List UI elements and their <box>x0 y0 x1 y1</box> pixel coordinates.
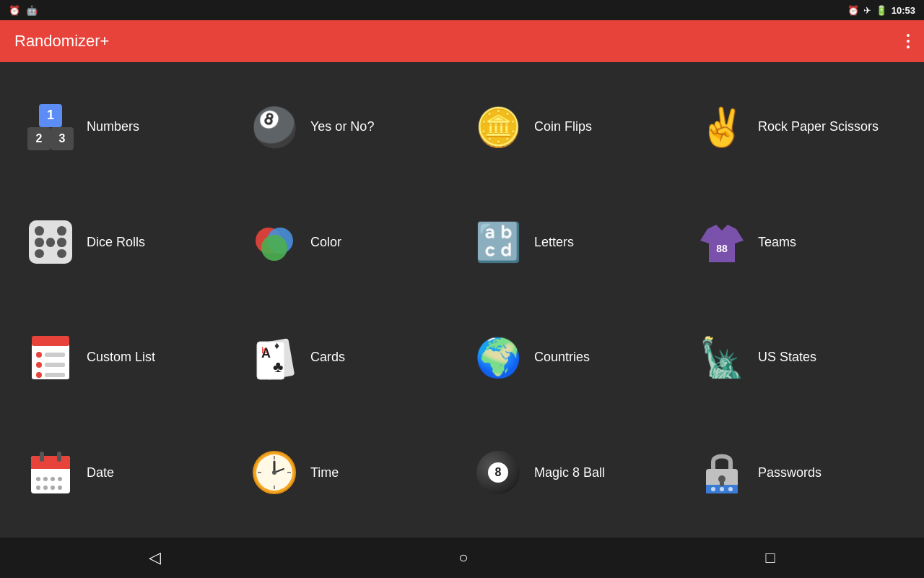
yes-no-label: Yes or No? <box>310 119 374 134</box>
numbers-icon: 1 2 3 <box>25 102 76 152</box>
globe-icon: 🌍 <box>473 332 523 383</box>
more-options-button[interactable] <box>907 34 910 48</box>
time-label: Time <box>310 465 339 480</box>
rps-icon: ✌️ <box>697 102 747 152</box>
cards-item[interactable]: A ♣ K ♦ Cards <box>238 300 462 415</box>
calendar-icon <box>25 447 76 498</box>
custom-list-item[interactable]: Custom List <box>14 300 238 415</box>
recents-button[interactable]: □ <box>751 541 790 574</box>
svg-point-28 <box>36 486 40 490</box>
lock-icon <box>697 447 747 498</box>
alarm-icon: ⏰ <box>9 5 20 16</box>
color-item[interactable]: Color <box>238 185 462 301</box>
dice-icon <box>25 217 76 267</box>
menu-dot-2 <box>907 40 910 43</box>
countries-item[interactable]: 🌍 Countries <box>462 300 686 415</box>
coin-icon: 🪙 <box>473 102 523 152</box>
svg-rect-21 <box>31 463 70 469</box>
svg-point-7 <box>36 352 42 358</box>
svg-text:K: K <box>261 345 268 355</box>
main-grid: 1 2 3 Numbers 🎱 Yes or No? 🪙 Coin Flips … <box>0 62 924 538</box>
svg-point-26 <box>51 477 55 481</box>
clock-icon <box>249 447 300 498</box>
rps-item[interactable]: ✌️ Rock Paper Scissors <box>686 69 910 185</box>
menu-dot-1 <box>907 34 910 37</box>
airplane-icon: ✈ <box>863 5 871 16</box>
status-bar-right: ⏰ ✈ 🔋 10:53 <box>847 5 915 16</box>
us-states-label: US States <box>758 350 816 365</box>
us-states-item[interactable]: 🗽 US States <box>686 300 910 415</box>
svg-text:♦: ♦ <box>274 340 279 351</box>
svg-rect-12 <box>45 373 65 377</box>
svg-point-47 <box>720 487 724 491</box>
color-icon <box>249 217 300 267</box>
svg-point-29 <box>43 486 48 490</box>
custom-list-icon <box>25 332 76 383</box>
svg-point-30 <box>51 486 55 490</box>
cards-icon: A ♣ K ♦ <box>249 332 300 383</box>
jersey-icon: 88 <box>697 217 747 267</box>
home-button[interactable]: ○ <box>444 541 482 574</box>
svg-text:♣: ♣ <box>273 358 283 376</box>
app-title: Randomizer+ <box>14 32 109 51</box>
date-label: Date <box>87 465 114 480</box>
dice-rolls-item[interactable]: Dice Rolls <box>14 185 238 301</box>
svg-text:88: 88 <box>716 243 728 254</box>
svg-point-27 <box>58 477 62 481</box>
dice-rolls-label: Dice Rolls <box>87 235 145 250</box>
svg-rect-22 <box>40 452 44 462</box>
svg-rect-8 <box>45 353 65 357</box>
svg-point-2 <box>261 235 287 261</box>
svg-rect-23 <box>57 452 61 462</box>
back-button[interactable]: ◁ <box>134 541 175 574</box>
teams-item[interactable]: 88 Teams <box>686 185 910 301</box>
svg-point-31 <box>58 486 62 490</box>
svg-point-11 <box>36 372 42 378</box>
android-icon: 🤖 <box>26 5 38 16</box>
date-item[interactable]: Date <box>14 415 238 531</box>
letters-label: Letters <box>534 235 574 250</box>
eight-ball-icon: 8 <box>473 447 523 498</box>
coin-flips-item[interactable]: 🪙 Coin Flips <box>462 69 686 185</box>
custom-list-label: Custom List <box>87 350 155 365</box>
status-time: 10:53 <box>892 5 915 16</box>
countries-label: Countries <box>534 350 590 365</box>
svg-point-24 <box>36 477 40 481</box>
numbers-label: Numbers <box>87 119 139 134</box>
statue-icon: 🗽 <box>697 332 747 383</box>
color-label: Color <box>310 235 341 250</box>
time-item[interactable]: Time <box>238 415 462 531</box>
svg-point-46 <box>711 487 715 491</box>
coin-flips-label: Coin Flips <box>534 119 592 134</box>
bottom-nav: ◁ ○ □ <box>0 538 924 578</box>
passwords-label: Passwords <box>758 465 821 480</box>
passwords-item[interactable]: Passwords <box>686 415 910 531</box>
svg-rect-6 <box>32 336 69 346</box>
svg-point-25 <box>43 477 48 481</box>
letters-item[interactable]: 🔡 Letters <box>462 185 686 301</box>
letters-icon: 🔡 <box>473 217 523 267</box>
magic-8-ball-label: Magic 8 Ball <box>534 465 605 480</box>
magic-8-ball-item[interactable]: 8 Magic 8 Ball <box>462 415 686 531</box>
menu-dot-3 <box>907 46 910 48</box>
numbers-item[interactable]: 1 2 3 Numbers <box>14 69 238 185</box>
status-bar-left: ⏰ 🤖 <box>9 5 38 16</box>
battery-icon: 🔋 <box>876 5 887 16</box>
svg-rect-45 <box>720 480 724 486</box>
svg-rect-10 <box>45 363 65 367</box>
yes-no-icon: 🎱 <box>249 102 300 152</box>
app-bar: Randomizer+ <box>0 20 924 62</box>
teams-label: Teams <box>758 235 796 250</box>
svg-point-9 <box>36 362 42 368</box>
cards-label: Cards <box>310 350 345 365</box>
svg-point-40 <box>272 470 276 475</box>
rps-label: Rock Paper Scissors <box>758 119 879 134</box>
svg-point-48 <box>728 487 733 491</box>
yes-no-item[interactable]: 🎱 Yes or No? <box>238 69 462 185</box>
status-bar: ⏰ 🤖 ⏰ ✈ 🔋 10:53 <box>0 0 924 20</box>
alarm-status-icon: ⏰ <box>847 5 859 16</box>
